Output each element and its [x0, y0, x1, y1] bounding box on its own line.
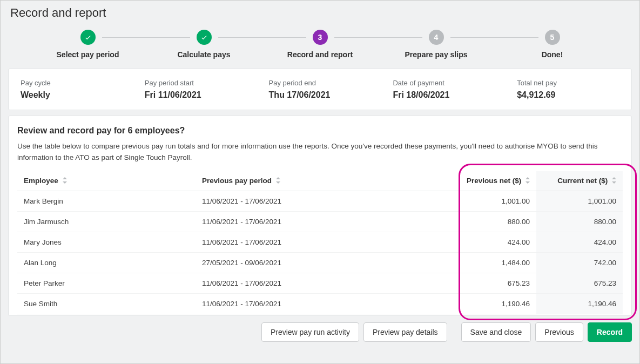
summary-period-start: Pay period start Fri 11/06/2021	[145, 79, 247, 100]
step-label: Record and report	[287, 50, 353, 59]
pay-summary-card: Pay cycle Weekly Pay period start Fri 11…	[8, 69, 632, 110]
cell-prev-net: 880.00	[450, 211, 536, 232]
sort-icon	[612, 177, 616, 185]
sort-icon	[63, 177, 67, 185]
cell-prev-period: 11/06/2021 - 17/06/2021	[196, 211, 450, 232]
step-label: Calculate pays	[177, 50, 230, 59]
step-number-icon: 5	[545, 30, 560, 45]
cell-prev-period: 11/06/2021 - 17/06/2021	[196, 232, 450, 252]
table-row: Mary Jones11/06/2021 - 17/06/2021424.004…	[17, 232, 623, 252]
preview-activity-button[interactable]: Preview pay run activity	[261, 322, 359, 342]
cell-prev-net: 424.00	[450, 232, 536, 252]
check-icon	[197, 30, 212, 45]
preview-details-button[interactable]: Preview pay details	[363, 322, 447, 342]
cell-employee: Sue Smith	[17, 293, 196, 314]
summary-payment-date: Date of payment Fri 18/06/2021	[393, 79, 495, 100]
cell-prev-period: 11/06/2021 - 17/06/2021	[196, 293, 450, 314]
cell-prev-net: 675.23	[450, 273, 536, 293]
cell-curr-net: 675.23	[536, 273, 623, 293]
cell-employee: Mark Bergin	[17, 191, 196, 211]
sort-icon	[276, 177, 280, 185]
cell-prev-net: 1,001.00	[450, 191, 536, 211]
step-record-and-report: 3 Record and report	[262, 30, 378, 59]
step-prepare-pay-slips: 4 Prepare pay slips	[378, 30, 494, 59]
cell-curr-net: 1,190.46	[536, 293, 623, 314]
step-label: Done!	[542, 50, 563, 59]
step-label: Select pay period	[57, 50, 119, 59]
cell-employee: Mary Jones	[17, 232, 196, 252]
review-card: Review and record pay for 6 employees? U…	[8, 116, 632, 316]
col-previous-period[interactable]: Previous pay period	[196, 171, 450, 191]
employee-pay-table: Employee Previous pay period Previous ne…	[17, 171, 623, 314]
table-row: Peter Parker11/06/2021 - 17/06/2021675.2…	[17, 273, 623, 293]
cell-employee: Jim Jarmusch	[17, 211, 196, 232]
review-description: Use the table below to compare previous …	[17, 141, 623, 164]
step-number-icon: 4	[429, 30, 444, 45]
cell-prev-period: 11/06/2021 - 17/06/2021	[196, 191, 450, 211]
step-calculate-pays: Calculate pays	[146, 30, 262, 59]
previous-button[interactable]: Previous	[535, 322, 583, 342]
cell-prev-net: 1,484.00	[450, 252, 536, 273]
col-current-net[interactable]: Current net ($)	[536, 171, 623, 191]
save-close-button[interactable]: Save and close	[461, 322, 531, 342]
sort-icon	[526, 177, 530, 185]
cell-employee: Peter Parker	[17, 273, 196, 293]
cell-employee: Alan Long	[17, 252, 196, 273]
page-title: Record and report	[10, 6, 632, 20]
table-row: Jim Jarmusch11/06/2021 - 17/06/2021880.0…	[17, 211, 623, 232]
cell-prev-period: 27/05/2021 - 09/06/2021	[196, 252, 450, 273]
review-title: Review and record pay for 6 employees?	[17, 126, 623, 136]
cell-curr-net: 742.00	[536, 252, 623, 273]
step-number-icon: 3	[313, 30, 328, 45]
record-button[interactable]: Record	[588, 322, 632, 342]
cell-curr-net: 1,001.00	[536, 191, 623, 211]
summary-period-end: Pay period end Thu 17/06/2021	[269, 79, 372, 100]
cell-prev-net: 1,190.46	[450, 293, 536, 314]
table-row: Mark Bergin11/06/2021 - 17/06/20211,001.…	[17, 191, 623, 211]
step-done: 5 Done!	[494, 30, 610, 59]
cell-curr-net: 424.00	[536, 232, 623, 252]
cell-prev-period: 11/06/2021 - 17/06/2021	[196, 273, 450, 293]
footer-actions: Preview pay run activity Preview pay det…	[8, 321, 632, 342]
table-row: Sue Smith11/06/2021 - 17/06/20211,190.46…	[17, 293, 623, 314]
summary-total-net: Total net pay $4,912.69	[517, 79, 619, 100]
step-label: Prepare pay slips	[405, 50, 468, 59]
progress-stepper: Select pay period Calculate pays 3 Recor…	[8, 30, 632, 59]
col-previous-net[interactable]: Previous net ($)	[450, 171, 536, 191]
check-icon	[80, 30, 96, 45]
step-select-pay-period: Select pay period	[30, 30, 146, 59]
cell-curr-net: 880.00	[536, 211, 623, 232]
table-row: Alan Long27/05/2021 - 09/06/20211,484.00…	[17, 252, 623, 273]
col-employee[interactable]: Employee	[17, 171, 196, 191]
summary-pay-cycle: Pay cycle Weekly	[21, 79, 123, 100]
